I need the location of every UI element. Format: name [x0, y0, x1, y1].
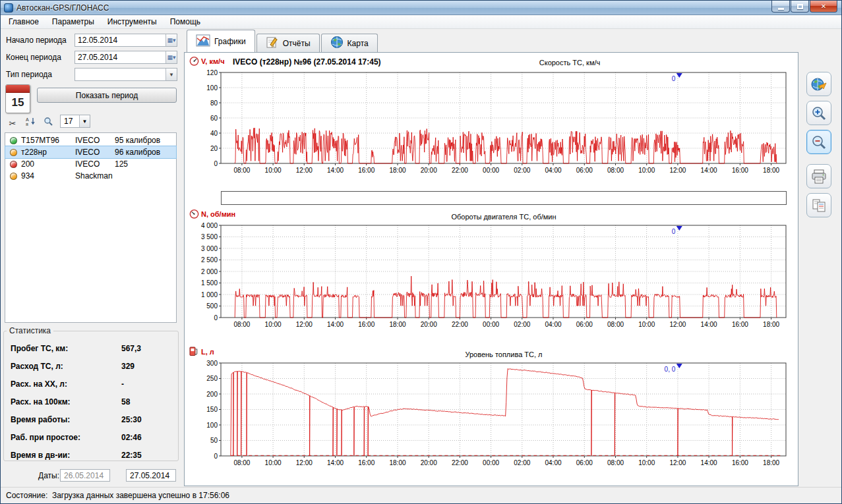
menu-item-parameters[interactable]: Параметры: [45, 16, 101, 28]
svg-text:0: 0: [672, 75, 676, 82]
svg-text:14:00: 14:00: [327, 459, 344, 466]
fuel-chart[interactable]: 05010015020025030008:0010:0012:0014:0016…: [193, 359, 789, 469]
svg-text:3 500: 3 500: [201, 233, 218, 240]
tabbar: Графики Отчёты: [187, 30, 379, 52]
svg-text:20:00: 20:00: [421, 167, 437, 174]
svg-text:10:00: 10:00: [265, 321, 282, 328]
tab-graphs[interactable]: Графики: [187, 30, 255, 52]
svg-text:18:00: 18:00: [389, 459, 406, 466]
svg-text:100: 100: [206, 84, 218, 92]
svg-text:3 000: 3 000: [201, 245, 218, 252]
show-on-map-button[interactable]: [806, 72, 831, 96]
zoom-in-button[interactable]: [806, 101, 831, 125]
globe-icon: [330, 36, 344, 51]
svg-text:20: 20: [210, 145, 218, 152]
rpm-gauge-icon: [189, 209, 199, 221]
vehicle-row[interactable]: 934 Shackman: [5, 170, 176, 182]
status-dot: [10, 161, 17, 168]
period-start-field[interactable]: 12.05.2014 ▦▾: [75, 34, 177, 47]
vehicle-row[interactable]: т228нр IVECO 96 калибров: [5, 146, 176, 158]
svg-text:18:00: 18:00: [763, 321, 779, 328]
period-end-field[interactable]: 27.05.2014 ▦▾: [75, 51, 177, 64]
vehicle-list[interactable]: Т157МТ96 IVECO 95 калибров т228нр IVECO …: [5, 132, 177, 323]
reports-button[interactable]: [806, 193, 831, 217]
svg-text:12:00: 12:00: [296, 459, 313, 466]
svg-text:0: 0: [214, 314, 218, 322]
maximize-icon: [797, 4, 803, 9]
show-period-button[interactable]: Показать период: [37, 88, 177, 103]
calendar-icon[interactable]: 15: [5, 84, 30, 113]
svg-text:20:00: 20:00: [421, 459, 437, 466]
svg-text:40: 40: [210, 130, 218, 137]
calendar-dropdown-icon[interactable]: ▦▾: [165, 51, 177, 63]
zoom-out-icon: [811, 134, 827, 150]
svg-text:16:00: 16:00: [732, 459, 748, 466]
svg-text:500: 500: [206, 302, 218, 310]
vehicle-row[interactable]: Т157МТ96 IVECO 95 калибров: [5, 134, 176, 146]
svg-text:16:00: 16:00: [732, 321, 748, 328]
menu-item-tools[interactable]: Инструменты: [101, 16, 164, 28]
chevron-down-icon[interactable]: ▼: [165, 69, 177, 80]
zoom-out-button[interactable]: [806, 130, 831, 154]
window-title: Автоскан-GPS/ГЛОНАСС: [16, 3, 109, 13]
svg-text:04:00: 04:00: [545, 321, 561, 328]
fuel-chart-title: Уровень топлива ТС, л: [221, 350, 787, 358]
svg-text:200: 200: [206, 391, 218, 398]
svg-text:12:00: 12:00: [669, 167, 686, 174]
svg-text:06:00: 06:00: [576, 167, 593, 174]
svg-text:4 000: 4 000: [201, 222, 218, 229]
svg-text:0: 0: [214, 453, 218, 460]
date-from-field[interactable]: 26.05.2014: [60, 469, 110, 482]
calendar-dropdown-icon[interactable]: ▦▾: [165, 34, 177, 46]
svg-text:12:00: 12:00: [296, 321, 313, 328]
svg-text:50: 50: [210, 437, 218, 444]
svg-text:14:00: 14:00: [701, 167, 717, 174]
status-dot: [10, 137, 17, 144]
svg-text:12:00: 12:00: [296, 167, 313, 174]
svg-text:12:00: 12:00: [669, 459, 686, 466]
chevron-down-icon: ▼: [79, 115, 90, 127]
tab-reports[interactable]: Отчёты: [256, 34, 320, 52]
scissors-icon[interactable]: ✂: [6, 117, 19, 130]
svg-text:12:00: 12:00: [669, 321, 686, 328]
sort-az-icon[interactable]: А я: [24, 115, 37, 128]
rpm-chart[interactable]: 05001 0001 5002 0002 5003 0003 5004 0000…: [193, 221, 789, 331]
svg-text:08:00: 08:00: [233, 459, 250, 466]
svg-text:120: 120: [206, 69, 218, 76]
date-to-field[interactable]: 27.05.2014: [126, 469, 176, 482]
vehicle-row[interactable]: 200 IVECO 125: [5, 158, 176, 170]
fuel-axis-label: L, л: [201, 348, 214, 356]
svg-text:10:00: 10:00: [638, 321, 655, 328]
svg-text:2 000: 2 000: [201, 268, 218, 275]
svg-text:08:00: 08:00: [607, 459, 624, 466]
svg-text:14:00: 14:00: [701, 321, 717, 328]
svg-text:0: 0: [672, 228, 676, 235]
minimize-button[interactable]: [771, 1, 790, 13]
app-icon: [4, 3, 13, 13]
svg-text:16:00: 16:00: [358, 167, 375, 174]
svg-text:02:00: 02:00: [514, 321, 530, 328]
report-pencil-icon: [266, 36, 279, 51]
svg-text:08:00: 08:00: [233, 321, 250, 328]
fuel-pump-icon: [189, 346, 199, 358]
svg-text:10:00: 10:00: [638, 167, 655, 174]
menu-item-main[interactable]: Главное: [2, 16, 45, 28]
search-icon[interactable]: [42, 115, 55, 128]
print-button[interactable]: [806, 164, 831, 188]
tab-map[interactable]: Карта: [321, 34, 378, 52]
svg-text:я: я: [26, 122, 28, 126]
speed-chart[interactable]: 02040608010012008:0010:0012:0014:0016:00…: [193, 69, 789, 177]
menu-item-help[interactable]: Помощь: [164, 16, 207, 28]
svg-text:22:00: 22:00: [452, 167, 468, 174]
row-count-combo[interactable]: 17 ▼: [60, 115, 90, 128]
period-type-combobox[interactable]: ▼: [75, 68, 177, 81]
calendar-icon-header: [6, 85, 30, 93]
statistics-group: Статистика Пробег ТС, км:567,3 Расход ТС…: [3, 326, 179, 461]
svg-text:10:00: 10:00: [638, 459, 655, 466]
svg-text:22:00: 22:00: [452, 459, 468, 466]
svg-text:300: 300: [206, 360, 218, 367]
close-button[interactable]: ✕: [810, 1, 837, 13]
charts-icon: [196, 34, 210, 49]
svg-text:20:00: 20:00: [421, 321, 437, 328]
maximize-button[interactable]: [791, 1, 809, 13]
